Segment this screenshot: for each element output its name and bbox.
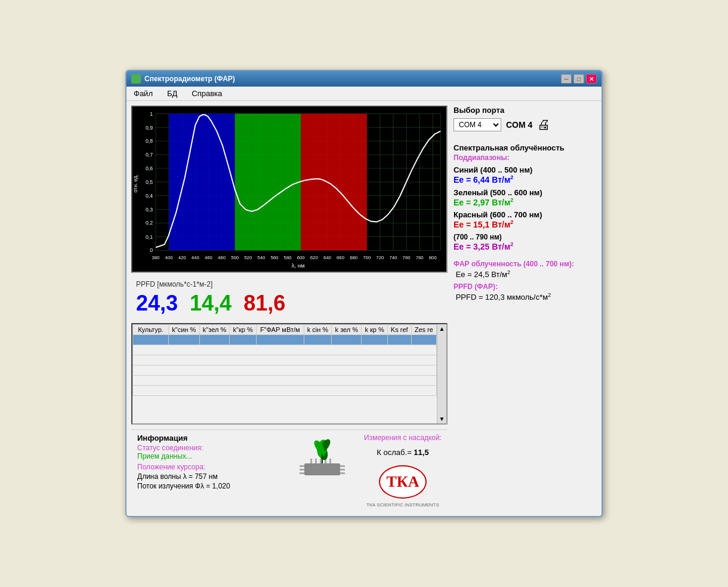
cell-culture <box>133 335 169 345</box>
info-title: Информация <box>137 434 280 442</box>
spectral-section: Спектральная облучённость Поддиапазоны: … <box>454 140 597 251</box>
k-label: К ослаб.= <box>377 448 411 457</box>
ppfd-section: PPFD [мкмоль*с-1*м-2] 24,3 14,4 81,6 <box>131 278 448 318</box>
svg-rect-81 <box>310 459 312 463</box>
wavelength-row: Длина волны λ = 757 нм <box>137 472 280 481</box>
red-band-value: Ее = 15,1 Вт/м2 <box>454 219 597 229</box>
plant-image <box>292 434 352 481</box>
svg-rect-38 <box>301 113 367 250</box>
svg-text:380: 380 <box>152 255 160 260</box>
svg-text:0,5: 0,5 <box>146 179 153 185</box>
blue-band-label: Синий (400 .. 500 нм) <box>454 165 597 174</box>
col-kzel: k"зел % <box>199 325 230 335</box>
svg-rect-85 <box>329 459 331 463</box>
maximize-button[interactable]: □ <box>573 74 584 84</box>
k-value: 11,5 <box>414 448 428 457</box>
table-header-row: Культур. k"син % k"зел % k"кр % F"ФАР мВ… <box>133 325 437 335</box>
measurement-section: Измерения с насадкой: К ослаб.= 11,5 ТКА… <box>364 434 442 508</box>
table-row[interactable] <box>133 345 437 355</box>
tka-subtitle: ТКА SCIENTIFIC INSTRUMENTS <box>366 502 439 508</box>
titlebar-left: Спектрорадиометр (ФАР) <box>131 74 235 84</box>
green-band-value: Ее = 2,97 Вт/м2 <box>454 197 597 207</box>
titlebar: Спектрорадиометр (ФАР) ─ □ ✕ <box>127 71 601 87</box>
close-button[interactable]: ✕ <box>586 74 597 84</box>
table-row[interactable] <box>133 365 437 376</box>
svg-text:520: 520 <box>244 255 252 260</box>
data-table: Культур. k"син % k"зел % k"кр % F"ФАР мВ… <box>132 324 437 396</box>
cell-kkr2 <box>362 335 388 345</box>
cell-ksref <box>387 335 411 345</box>
wavelength-label: Длина волны λ <box>137 472 187 481</box>
app-icon <box>131 74 141 84</box>
spectral-title: Спектральная облучённость <box>454 143 597 152</box>
cell-kzel2 <box>332 335 362 345</box>
ppfd-green-value: 14,4 <box>190 291 232 316</box>
table-row[interactable] <box>133 376 437 386</box>
far-band-value: Ее = 3,25 Вт/м2 <box>454 241 597 251</box>
svg-text:440: 440 <box>192 255 200 260</box>
svg-rect-82 <box>315 459 317 463</box>
col-kzel2: k зел % <box>332 325 362 335</box>
menu-help[interactable]: Справка <box>189 88 224 99</box>
svg-text:0,8: 0,8 <box>146 138 153 144</box>
main-content: 1 0,9 0,8 0,7 0,6 0,5 0,4 0,3 0,2 0,1 0 … <box>127 101 601 516</box>
svg-text:740: 740 <box>389 255 397 260</box>
cell-ksin <box>169 335 200 345</box>
status-label: Статус соединения: <box>137 444 280 452</box>
status-value: Прием данных... <box>137 452 280 460</box>
minimize-button[interactable]: ─ <box>561 74 572 84</box>
port-select[interactable]: COM 1 COM 2 COM 3 COM 4 COM 5 <box>454 118 501 131</box>
svg-text:760: 760 <box>403 255 411 260</box>
col-ksin2: k сін % <box>304 325 332 335</box>
svg-rect-79 <box>340 469 345 471</box>
svg-text:1: 1 <box>150 111 153 117</box>
svg-text:640: 640 <box>323 255 332 260</box>
table-row[interactable] <box>133 335 437 345</box>
flux-value: = 1,020 <box>206 482 230 490</box>
table-scroll[interactable]: Культур. k"син % k"зел % k"кр % F"ФАР мВ… <box>132 324 437 423</box>
ppfd-label: PPFD [мкмоль*с-1*м-2] <box>136 280 443 288</box>
cell-kzel <box>199 335 230 345</box>
ppfd-far-value: PPFD = 120,3 мкмоль/с*м2 <box>454 292 597 302</box>
svg-text:400: 400 <box>165 255 174 260</box>
menu-db[interactable]: БД <box>165 88 180 99</box>
svg-text:0,9: 0,9 <box>146 125 153 131</box>
cell-ksin2 <box>304 335 332 345</box>
far-band-label: (700 .. 790 нм) <box>454 233 597 241</box>
svg-text:460: 460 <box>205 255 213 260</box>
svg-rect-77 <box>300 472 304 474</box>
spectral-subtitle: Поддиапазоны: <box>454 153 597 162</box>
measurement-label: Измерения с насадкой: <box>364 434 442 442</box>
svg-text:0,7: 0,7 <box>146 152 153 158</box>
info-section: Информация Статус соединения: Прием данн… <box>131 429 448 511</box>
scrollbar-vertical[interactable]: ▲ ▼ <box>437 324 446 423</box>
menu-file[interactable]: Файл <box>131 88 155 99</box>
port-title: Выбор порта <box>454 106 597 115</box>
cell-kkr <box>230 335 256 345</box>
svg-rect-36 <box>169 113 235 250</box>
wavelength-value: = 757 нм <box>189 472 218 481</box>
svg-text:540: 540 <box>257 255 266 260</box>
table-row[interactable] <box>133 386 437 396</box>
port-display: COM 4 <box>506 120 532 130</box>
svg-text:560: 560 <box>270 255 279 260</box>
flux-label: Поток излучения Фλ <box>137 482 204 490</box>
svg-rect-37 <box>235 113 301 250</box>
port-section: Выбор порта COM 1 COM 2 COM 3 COM 4 COM … <box>454 106 597 133</box>
table-row[interactable] <box>133 355 437 365</box>
col-ksref: Ks ref <box>387 325 411 335</box>
svg-text:660: 660 <box>337 255 345 260</box>
far-ee-value: Ее = 24,5 Вт/м2 <box>454 269 597 279</box>
col-kkr2: k кр % <box>362 325 388 335</box>
cell-ffar <box>256 335 304 345</box>
svg-text:720: 720 <box>376 255 384 260</box>
titlebar-controls: ─ □ ✕ <box>561 74 597 84</box>
k-row: К ослаб.= 11,5 <box>377 448 428 457</box>
svg-rect-83 <box>320 459 322 463</box>
flux-row: Поток излучения Фλ = 1,020 <box>137 482 280 490</box>
blue-band-value: Ее = 6,44 Вт/м2 <box>454 174 597 185</box>
tka-logo: ТКА <box>379 465 427 499</box>
printer-icon[interactable]: 🖨 <box>537 117 550 133</box>
right-panel: Выбор порта COM 1 COM 2 COM 3 COM 4 COM … <box>454 106 597 511</box>
svg-text:700: 700 <box>363 255 371 260</box>
